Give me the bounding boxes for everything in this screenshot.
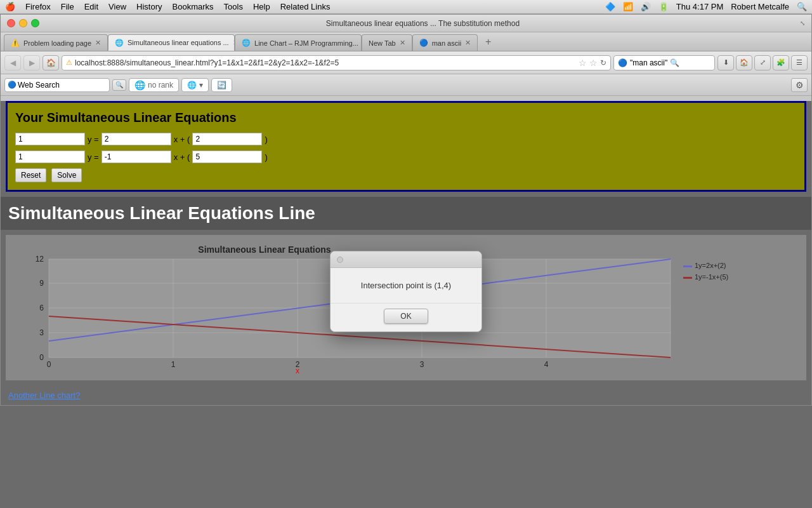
tab-line-chart[interactable]: 🌐 Line Chart – RJM Programming... ✕ [235, 34, 362, 51]
window-title: Simultaneous linear equations ... The su… [46, 19, 800, 28]
another-chart-link[interactable]: Another Line chart? [8, 391, 80, 400]
tab-label-1: Simultaneous linear equations ... [128, 39, 229, 46]
solve-button[interactable]: Solve [51, 168, 82, 182]
add-tab-button[interactable]: + [480, 36, 496, 48]
menu-button[interactable]: ☰ [791, 55, 808, 70]
alert-dialog: Intersection point is (1,4) OK [330, 251, 482, 332]
tab-blue-icon: 🔵 [419, 39, 428, 47]
traffic-lights [7, 19, 39, 27]
tab-label-3: New Tab [369, 39, 396, 47]
tab-simultaneous[interactable]: 🌐 Simultaneous linear equations ... ✕ [108, 34, 235, 51]
menu-history[interactable]: History [136, 2, 162, 11]
home-button[interactable]: 🏠 [43, 55, 59, 70]
volume-icon: 🔊 [641, 2, 651, 11]
eq2-close-paren: ) [265, 152, 267, 162]
tab-problem-loading[interactable]: ⚠️ Problem loading page ✕ [4, 34, 108, 51]
home-nav-button[interactable]: 🏠 [736, 55, 752, 70]
bookmark-star-icon[interactable]: ☆ [579, 58, 587, 68]
tab-globe-icon-2: 🌐 [242, 39, 251, 47]
web-search-input[interactable] [18, 81, 107, 90]
security-icon: ⚠ [66, 58, 72, 67]
eq1-x-label: x + ( [174, 135, 190, 144]
dialog-footer: OK [331, 303, 481, 331]
equation-row-1: y = x + ( ) [15, 133, 797, 145]
maximize-button[interactable] [31, 19, 39, 27]
equations-box: Your Simultaneous Linear Equations y = x… [6, 101, 806, 192]
search-menu-icon[interactable]: 🔍 [797, 2, 807, 11]
nav-bar: ◀ ▶ 🏠 ⚠ localhost:8888/simultaneous_line… [1, 51, 811, 74]
tab-label-4: man ascii [432, 39, 461, 47]
menu-bar: 🍎 Firefox File Edit View History Bookmar… [0, 0, 812, 14]
nav-search-box[interactable]: 🔵 "man ascii" 🔍 [613, 55, 715, 70]
search-submit-button[interactable]: 🔍 [112, 79, 126, 91]
tab-close-1[interactable]: ✕ [233, 39, 235, 47]
eq2-coeff-x[interactable] [102, 150, 171, 163]
alexa-tool: 🌐 ▾ [181, 78, 209, 92]
rank-text: no rank [148, 81, 173, 90]
extra-tool: 🔄 [211, 78, 232, 92]
eq1-const[interactable] [192, 133, 262, 145]
tab-new-tab[interactable]: New Tab ✕ [362, 34, 412, 51]
dialog-header [331, 251, 481, 268]
menu-related-links[interactable]: Related Links [280, 2, 331, 11]
extensions-button[interactable]: 🧩 [773, 55, 789, 70]
tab-close-3[interactable]: ✕ [400, 39, 405, 47]
bookmark-star2-icon[interactable]: ☆ [589, 58, 598, 68]
alexa-badge-icon: 🌐 [187, 81, 197, 90]
menu-bookmarks[interactable]: Bookmarks [173, 2, 214, 11]
reload-button[interactable]: ↻ [600, 58, 606, 67]
tab-close-4[interactable]: ✕ [465, 39, 471, 47]
time-display: Thu 4:17 PM [676, 2, 723, 11]
tab-label: Problem loading page [23, 39, 91, 47]
tab-close-0[interactable]: ✕ [95, 39, 101, 47]
resize-icon[interactable]: ⤡ [800, 20, 805, 27]
address-text: localhost:8888/simultaneous_linear.html?… [75, 58, 576, 67]
equations-title: Your Simultaneous Linear Equations [15, 110, 797, 125]
toolbar-gear-button[interactable]: ⚙ [791, 78, 808, 92]
eq2-const[interactable] [192, 150, 262, 163]
menu-edit[interactable]: Edit [84, 2, 98, 11]
user-name: Robert Metcalfe [731, 2, 789, 11]
eq1-coeff-y[interactable] [15, 133, 85, 145]
dialog-header-dot [337, 257, 343, 263]
dialog-message: Intersection point is (1,4) [361, 281, 451, 290]
eq1-coeff-x[interactable] [102, 133, 171, 145]
tab-globe-icon-1: 🌐 [115, 39, 124, 47]
eq2-y-label: y = [88, 152, 99, 162]
fullscreen-button[interactable]: ⤢ [754, 55, 771, 70]
toolbar: 🔵 🔍 🌐 no rank 🌐 ▾ 🔄 ⚙ [1, 74, 811, 96]
page-content: Your Simultaneous Linear Equations y = x… [1, 101, 811, 405]
tab-man-ascii[interactable]: 🔵 man ascii ✕ [412, 34, 478, 51]
browser-window: Simultaneous linear equations ... The su… [0, 14, 812, 406]
menu-tools[interactable]: Tools [224, 2, 243, 11]
back-button[interactable]: ◀ [4, 55, 21, 70]
globe-icon: 🌐 [134, 80, 145, 90]
menu-file[interactable]: File [61, 2, 74, 11]
dialog-overlay: Intersection point is (1,4) OK [1, 196, 811, 387]
dialog-ok-button[interactable]: OK [384, 309, 428, 324]
title-bar: Simultaneous linear equations ... The su… [1, 15, 811, 32]
menu-view[interactable]: View [108, 2, 126, 11]
minimize-button[interactable] [19, 19, 27, 27]
wifi-icon: 📶 [623, 2, 633, 11]
forward-button[interactable]: ▶ [23, 55, 40, 70]
bluetooth-icon: 🔷 [605, 2, 615, 11]
battery-icon: 🔋 [658, 2, 669, 11]
reset-button[interactable]: Reset [15, 168, 46, 182]
google-icon: 🔵 [618, 58, 627, 67]
rank-badge: 🌐 no rank [129, 78, 179, 92]
close-button[interactable] [7, 19, 15, 27]
download-button[interactable]: ⬇ [717, 55, 734, 70]
tab-bar: ⚠️ Problem loading page ✕ 🌐 Simultaneous… [1, 32, 811, 51]
tab-label-2: Line Chart – RJM Programming... [254, 39, 358, 47]
apple-menu[interactable]: 🍎 [5, 2, 15, 11]
menu-firefox[interactable]: Firefox [25, 2, 51, 11]
dialog-body: Intersection point is (1,4) [331, 268, 481, 303]
eq2-coeff-y[interactable] [15, 150, 85, 163]
eq1-y-label: y = [88, 135, 99, 144]
button-row: Reset Solve [15, 168, 797, 182]
menu-help[interactable]: Help [253, 2, 270, 11]
equation-row-2: y = x + ( ) [15, 150, 797, 163]
web-search-container: 🔵 [4, 78, 110, 92]
address-bar[interactable]: ⚠ localhost:8888/simultaneous_linear.htm… [62, 55, 611, 70]
